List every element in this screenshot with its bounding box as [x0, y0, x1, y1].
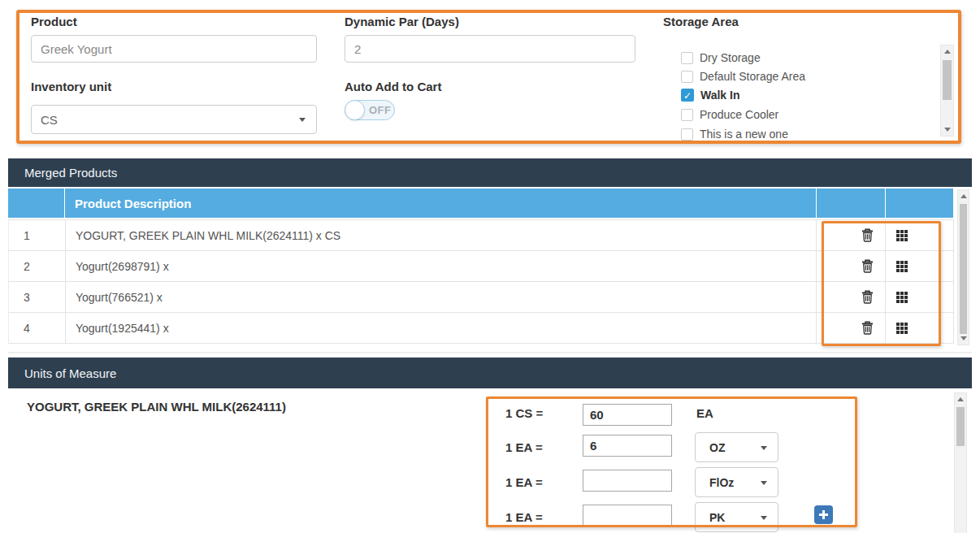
- units-of-measure-title: Units of Measure: [24, 366, 116, 380]
- storage-option-label: This is a new one: [700, 128, 788, 141]
- add-unit-button[interactable]: [814, 505, 833, 524]
- table-row: 2 Yogurt(2698791) x: [9, 251, 953, 282]
- table-row: 3 Yogurt(766521) x: [9, 282, 953, 313]
- merged-products-table-header: Product Description: [8, 188, 954, 218]
- uom-product-name: YOGURT, GREEK PLAIN WHL MILK(2624111): [27, 400, 286, 414]
- trash-icon: [861, 259, 874, 273]
- delete-button[interactable]: [857, 257, 877, 276]
- row-description: Yogurt(766521) x: [66, 282, 817, 312]
- product-label: Product: [31, 15, 77, 28]
- storage-area-scrollbar: [940, 45, 954, 136]
- header-cell-actions: [886, 188, 953, 218]
- merged-products-scrollbar: [957, 189, 969, 345]
- chevron-down-icon: [761, 446, 767, 450]
- checkbox-unchecked-icon: [681, 52, 693, 64]
- header-cell-delete: [817, 188, 886, 218]
- inventory-unit-label: Inventory unit: [31, 80, 111, 93]
- scrollbar-thumb[interactable]: [960, 204, 967, 334]
- storage-option-label: Default Storage Area: [700, 70, 805, 83]
- uom-value-input-4[interactable]: [583, 505, 672, 526]
- storage-option-produce-cooler[interactable]: Produce Cooler: [681, 108, 778, 121]
- row-number: 2: [9, 251, 66, 281]
- scroll-down-icon[interactable]: [960, 336, 967, 340]
- grid-icon: [896, 230, 908, 241]
- units-of-measure-scrollbar: [954, 392, 967, 533]
- delete-button[interactable]: [857, 318, 877, 338]
- uom-value-input-1[interactable]: [583, 404, 672, 426]
- row-description: YOGURT, GREEK PLAIN WHL MILK(2624111) x …: [66, 220, 817, 250]
- scroll-down-icon[interactable]: [944, 128, 951, 132]
- scrollbar-thumb[interactable]: [943, 60, 952, 100]
- storage-option-walk-in[interactable]: Walk In: [681, 89, 740, 102]
- scroll-up-icon[interactable]: [960, 194, 967, 198]
- inventory-unit-select[interactable]: CS: [31, 105, 317, 134]
- inventory-unit-value: CS: [32, 113, 58, 127]
- trash-icon: [861, 228, 874, 242]
- grid-button[interactable]: [892, 257, 912, 276]
- units-of-measure-content: YOGURT, GREEK PLAIN WHL MILK(2624111) 1 …: [8, 388, 972, 533]
- storage-option-label: Walk In: [700, 89, 740, 102]
- chevron-down-icon: [761, 481, 767, 485]
- uom-unit-value: FlOz: [696, 476, 734, 489]
- toggle-knob-icon: [345, 100, 365, 120]
- uom-row-label: 1 EA =: [505, 510, 543, 524]
- uom-row-label: 1 CS =: [505, 406, 543, 420]
- merged-products-title: Merged Products: [24, 166, 117, 180]
- plus-icon: [819, 510, 828, 519]
- delete-button[interactable]: [857, 288, 877, 307]
- dynamic-par-input[interactable]: [345, 35, 635, 63]
- uom-unit-select-floz[interactable]: FlOz: [695, 467, 778, 497]
- scroll-up-icon[interactable]: [957, 397, 964, 401]
- grid-icon: [896, 292, 908, 303]
- storage-area-label: Storage Area: [663, 15, 739, 28]
- checkbox-unchecked-icon: [681, 71, 693, 83]
- row-description: Yogurt(2698791) x: [66, 251, 817, 281]
- storage-option-default-storage-area[interactable]: Default Storage Area: [681, 70, 805, 83]
- units-of-measure-header: Units of Measure: [8, 358, 972, 388]
- checkbox-checked-icon: [681, 89, 694, 102]
- scrollbar-thumb[interactable]: [956, 407, 965, 446]
- trash-icon: [861, 290, 874, 304]
- grid-button[interactable]: [892, 226, 912, 245]
- auto-add-to-cart-toggle[interactable]: OFF: [345, 100, 395, 120]
- grid-icon: [896, 323, 908, 334]
- merged-products-header: Merged Products: [8, 158, 972, 187]
- uom-row-label: 1 EA =: [505, 475, 543, 489]
- uom-unit-select-pk[interactable]: PK: [695, 502, 778, 532]
- header-cell-product-description: Product Description: [65, 188, 817, 218]
- uom-unit-value: PK: [696, 511, 725, 524]
- checkbox-unchecked-icon: [681, 109, 693, 121]
- uom-unit-value: OZ: [696, 441, 725, 454]
- header-cell-row-number: [8, 188, 65, 218]
- storage-option-label: Dry Storage: [700, 51, 761, 64]
- checkbox-unchecked-icon: [681, 128, 693, 141]
- uom-value-input-2[interactable]: [583, 435, 672, 457]
- chevron-down-icon: [761, 516, 767, 520]
- row-description: Yogurt(1925441) x: [66, 313, 817, 343]
- toggle-state-label: OFF: [369, 104, 392, 116]
- uom-row-label: 1 EA =: [505, 440, 543, 454]
- delete-button[interactable]: [857, 226, 877, 245]
- row-number: 3: [9, 282, 66, 312]
- trash-icon: [861, 321, 874, 335]
- grid-icon: [896, 261, 908, 272]
- scroll-up-icon[interactable]: [944, 50, 951, 54]
- page: Product Inventory unit CS Dynamic Par (D…: [0, 0, 980, 533]
- table-row: 1 YOGURT, GREEK PLAIN WHL MILK(2624111) …: [9, 220, 953, 251]
- storage-option-new-one[interactable]: This is a new one: [681, 128, 788, 141]
- storage-option-label: Produce Cooler: [700, 108, 778, 121]
- row-number: 4: [9, 313, 66, 343]
- product-form-highlight-box: Product Inventory unit CS Dynamic Par (D…: [16, 10, 961, 144]
- dynamic-par-label: Dynamic Par (Days): [345, 15, 459, 28]
- auto-add-to-cart-label: Auto Add to Cart: [345, 80, 441, 93]
- grid-button[interactable]: [892, 288, 912, 307]
- table-row: 4 Yogurt(1925441) x: [9, 313, 953, 344]
- storage-option-dry-storage[interactable]: Dry Storage: [681, 51, 761, 64]
- product-input[interactable]: [31, 35, 317, 63]
- uom-base-unit: EA: [696, 406, 713, 420]
- section-divider: [8, 352, 972, 353]
- grid-button[interactable]: [892, 318, 912, 338]
- uom-value-input-3[interactable]: [583, 470, 672, 492]
- uom-unit-select-oz[interactable]: OZ: [695, 432, 778, 462]
- merged-products-table-body: 1 YOGURT, GREEK PLAIN WHL MILK(2624111) …: [8, 219, 954, 344]
